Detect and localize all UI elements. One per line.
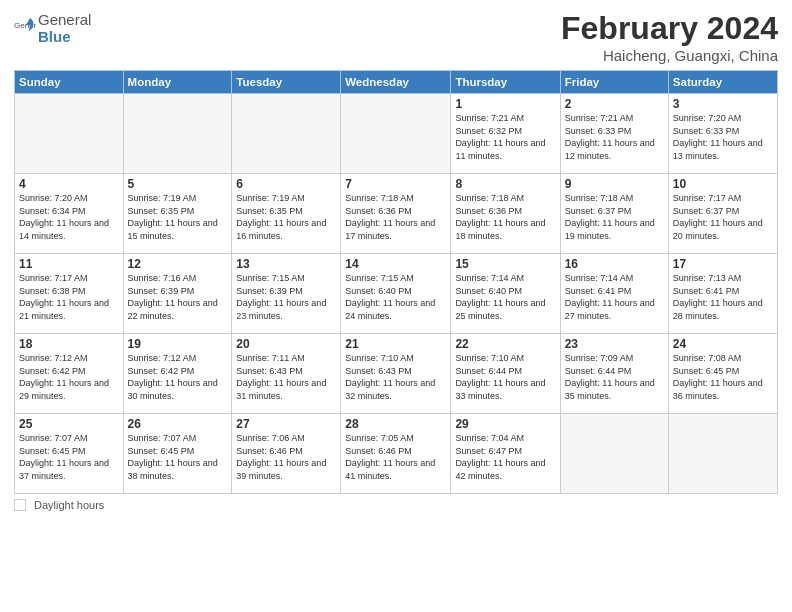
day-number: 25 (19, 417, 119, 431)
day-number: 20 (236, 337, 336, 351)
day-number: 5 (128, 177, 228, 191)
calendar-day-cell: 10Sunrise: 7:17 AMSunset: 6:37 PMDayligh… (668, 174, 777, 254)
day-info: Sunrise: 7:04 AMSunset: 6:47 PMDaylight:… (455, 432, 555, 482)
calendar-day-cell: 4Sunrise: 7:20 AMSunset: 6:34 PMDaylight… (15, 174, 124, 254)
day-info: Sunrise: 7:13 AMSunset: 6:41 PMDaylight:… (673, 272, 773, 322)
day-info: Sunrise: 7:12 AMSunset: 6:42 PMDaylight:… (128, 352, 228, 402)
day-number: 6 (236, 177, 336, 191)
calendar-day-cell: 16Sunrise: 7:14 AMSunset: 6:41 PMDayligh… (560, 254, 668, 334)
day-info: Sunrise: 7:18 AMSunset: 6:36 PMDaylight:… (345, 192, 446, 242)
calendar-day-cell: 2Sunrise: 7:21 AMSunset: 6:33 PMDaylight… (560, 94, 668, 174)
logo-icon: General (14, 15, 36, 41)
logo-general-text: General (38, 12, 91, 29)
day-info: Sunrise: 7:19 AMSunset: 6:35 PMDaylight:… (236, 192, 336, 242)
calendar-footer: Daylight hours (14, 499, 778, 511)
weekday-header: Friday (560, 71, 668, 94)
day-number: 7 (345, 177, 446, 191)
calendar-day-cell: 17Sunrise: 7:13 AMSunset: 6:41 PMDayligh… (668, 254, 777, 334)
calendar-day-cell: 14Sunrise: 7:15 AMSunset: 6:40 PMDayligh… (341, 254, 451, 334)
day-info: Sunrise: 7:07 AMSunset: 6:45 PMDaylight:… (128, 432, 228, 482)
weekday-header: Sunday (15, 71, 124, 94)
day-number: 13 (236, 257, 336, 271)
day-number: 14 (345, 257, 446, 271)
day-number: 24 (673, 337, 773, 351)
calendar-day-cell: 5Sunrise: 7:19 AMSunset: 6:35 PMDaylight… (123, 174, 232, 254)
calendar-day-cell: 11Sunrise: 7:17 AMSunset: 6:38 PMDayligh… (15, 254, 124, 334)
page-header: General General Blue February 2024 Haich… (14, 10, 778, 64)
calendar-day-cell: 29Sunrise: 7:04 AMSunset: 6:47 PMDayligh… (451, 414, 560, 494)
day-info: Sunrise: 7:14 AMSunset: 6:40 PMDaylight:… (455, 272, 555, 322)
calendar-day-cell: 21Sunrise: 7:10 AMSunset: 6:43 PMDayligh… (341, 334, 451, 414)
weekday-header: Wednesday (341, 71, 451, 94)
calendar-day-cell (341, 94, 451, 174)
day-info: Sunrise: 7:11 AMSunset: 6:43 PMDaylight:… (236, 352, 336, 402)
day-number: 3 (673, 97, 773, 111)
day-number: 2 (565, 97, 664, 111)
calendar-day-cell (668, 414, 777, 494)
day-number: 17 (673, 257, 773, 271)
calendar-page: General General Blue February 2024 Haich… (0, 0, 792, 612)
calendar-day-cell: 26Sunrise: 7:07 AMSunset: 6:45 PMDayligh… (123, 414, 232, 494)
day-info: Sunrise: 7:19 AMSunset: 6:35 PMDaylight:… (128, 192, 228, 242)
calendar-day-cell: 9Sunrise: 7:18 AMSunset: 6:37 PMDaylight… (560, 174, 668, 254)
day-info: Sunrise: 7:08 AMSunset: 6:45 PMDaylight:… (673, 352, 773, 402)
day-number: 9 (565, 177, 664, 191)
day-number: 4 (19, 177, 119, 191)
calendar-week-row: 1Sunrise: 7:21 AMSunset: 6:32 PMDaylight… (15, 94, 778, 174)
day-info: Sunrise: 7:20 AMSunset: 6:33 PMDaylight:… (673, 112, 773, 162)
day-number: 15 (455, 257, 555, 271)
calendar-day-cell: 18Sunrise: 7:12 AMSunset: 6:42 PMDayligh… (15, 334, 124, 414)
day-info: Sunrise: 7:18 AMSunset: 6:36 PMDaylight:… (455, 192, 555, 242)
calendar-week-row: 11Sunrise: 7:17 AMSunset: 6:38 PMDayligh… (15, 254, 778, 334)
day-info: Sunrise: 7:15 AMSunset: 6:39 PMDaylight:… (236, 272, 336, 322)
weekday-header: Saturday (668, 71, 777, 94)
day-info: Sunrise: 7:17 AMSunset: 6:37 PMDaylight:… (673, 192, 773, 242)
subtitle: Haicheng, Guangxi, China (561, 47, 778, 64)
day-number: 12 (128, 257, 228, 271)
weekday-header: Tuesday (232, 71, 341, 94)
day-info: Sunrise: 7:16 AMSunset: 6:39 PMDaylight:… (128, 272, 228, 322)
day-number: 27 (236, 417, 336, 431)
legend-box (14, 499, 26, 511)
day-info: Sunrise: 7:10 AMSunset: 6:44 PMDaylight:… (455, 352, 555, 402)
calendar-day-cell: 24Sunrise: 7:08 AMSunset: 6:45 PMDayligh… (668, 334, 777, 414)
day-info: Sunrise: 7:09 AMSunset: 6:44 PMDaylight:… (565, 352, 664, 402)
calendar-day-cell: 3Sunrise: 7:20 AMSunset: 6:33 PMDaylight… (668, 94, 777, 174)
calendar-table: SundayMondayTuesdayWednesdayThursdayFrid… (14, 70, 778, 494)
day-number: 19 (128, 337, 228, 351)
day-number: 8 (455, 177, 555, 191)
day-number: 22 (455, 337, 555, 351)
calendar-day-cell (15, 94, 124, 174)
calendar-day-cell: 1Sunrise: 7:21 AMSunset: 6:32 PMDaylight… (451, 94, 560, 174)
calendar-day-cell: 20Sunrise: 7:11 AMSunset: 6:43 PMDayligh… (232, 334, 341, 414)
title-block: February 2024 Haicheng, Guangxi, China (561, 10, 778, 64)
calendar-day-cell: 7Sunrise: 7:18 AMSunset: 6:36 PMDaylight… (341, 174, 451, 254)
day-info: Sunrise: 7:20 AMSunset: 6:34 PMDaylight:… (19, 192, 119, 242)
day-info: Sunrise: 7:21 AMSunset: 6:33 PMDaylight:… (565, 112, 664, 162)
calendar-day-cell: 8Sunrise: 7:18 AMSunset: 6:36 PMDaylight… (451, 174, 560, 254)
calendar-day-cell: 6Sunrise: 7:19 AMSunset: 6:35 PMDaylight… (232, 174, 341, 254)
day-info: Sunrise: 7:12 AMSunset: 6:42 PMDaylight:… (19, 352, 119, 402)
calendar-day-cell (123, 94, 232, 174)
calendar-day-cell (232, 94, 341, 174)
logo-blue-text: Blue (38, 29, 91, 46)
calendar-day-cell: 27Sunrise: 7:06 AMSunset: 6:46 PMDayligh… (232, 414, 341, 494)
day-info: Sunrise: 7:21 AMSunset: 6:32 PMDaylight:… (455, 112, 555, 162)
calendar-day-cell: 22Sunrise: 7:10 AMSunset: 6:44 PMDayligh… (451, 334, 560, 414)
weekday-header: Thursday (451, 71, 560, 94)
logo: General General Blue (14, 10, 91, 45)
calendar-header-row: SundayMondayTuesdayWednesdayThursdayFrid… (15, 71, 778, 94)
day-number: 18 (19, 337, 119, 351)
day-number: 1 (455, 97, 555, 111)
calendar-week-row: 18Sunrise: 7:12 AMSunset: 6:42 PMDayligh… (15, 334, 778, 414)
day-number: 28 (345, 417, 446, 431)
day-number: 10 (673, 177, 773, 191)
calendar-day-cell: 13Sunrise: 7:15 AMSunset: 6:39 PMDayligh… (232, 254, 341, 334)
day-number: 26 (128, 417, 228, 431)
day-number: 16 (565, 257, 664, 271)
day-info: Sunrise: 7:05 AMSunset: 6:46 PMDaylight:… (345, 432, 446, 482)
calendar-day-cell: 23Sunrise: 7:09 AMSunset: 6:44 PMDayligh… (560, 334, 668, 414)
calendar-day-cell: 28Sunrise: 7:05 AMSunset: 6:46 PMDayligh… (341, 414, 451, 494)
day-number: 21 (345, 337, 446, 351)
calendar-day-cell: 12Sunrise: 7:16 AMSunset: 6:39 PMDayligh… (123, 254, 232, 334)
